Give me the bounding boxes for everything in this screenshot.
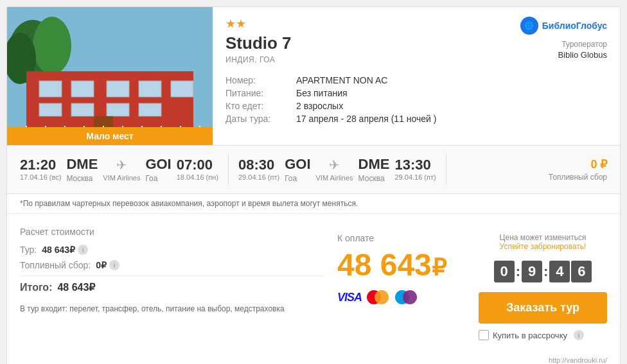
total-label: Итого: bbox=[20, 282, 52, 293]
inbound-arr-code: DME bbox=[358, 156, 390, 173]
flight-section: 21:20 17.04.16 (вс) DME Москва ✈ VIM Air… bbox=[7, 145, 620, 194]
fuel-surcharge-label: Топливный сбор bbox=[549, 173, 607, 182]
payment-label: К оплате bbox=[337, 233, 374, 243]
tour-operator: 🌐 БиблиоГлобус Туроператор Biblio Globus bbox=[504, 7, 620, 145]
flight-divider bbox=[228, 153, 229, 186]
inbound-airline: VIM Airlines bbox=[316, 174, 353, 182]
outbound-arr-date: 18.04.16 (пн) bbox=[177, 173, 218, 181]
dates-value: 17 апреля - 28 апреля (11 ночей ) bbox=[296, 112, 442, 125]
svg-rect-7 bbox=[107, 81, 129, 97]
inbound-arr: 13:30 29.04.16 (пт) bbox=[394, 158, 436, 181]
outbound-dep-cityname: Москва bbox=[66, 174, 98, 183]
fuel-info-icon[interactable]: i bbox=[109, 260, 119, 270]
inbound-arr-date: 29.04.16 (пт) bbox=[394, 173, 436, 181]
fuel-surcharge-price: 0 ₽ bbox=[549, 157, 607, 171]
outbound-arr: 07:00 18.04.16 (пн) bbox=[177, 158, 218, 181]
timer-digit-2: 4 bbox=[549, 261, 570, 282]
bottom-section: Расчет стоимости Тур: 48 643 ₽ i Топливн… bbox=[7, 214, 620, 353]
operator-logo-icon: 🌐 bbox=[520, 17, 538, 35]
book-button[interactable]: Заказать тур bbox=[479, 292, 607, 324]
payment-currency: ₽ bbox=[432, 254, 446, 281]
hotel-stars: ★★ bbox=[225, 17, 491, 31]
operator-logo: 🌐 БиблиоГлобус bbox=[517, 17, 607, 35]
svg-rect-11 bbox=[71, 103, 94, 116]
includes-text: В тур входит: перелет, трансфер, отель, … bbox=[20, 303, 324, 315]
operator-logo-text: БиблиоГлобус bbox=[542, 21, 607, 31]
installment-checkbox[interactable] bbox=[479, 330, 489, 340]
timer-colon-1: : bbox=[516, 261, 520, 282]
inbound-arr-time: 13:30 bbox=[394, 158, 436, 172]
maestro-icon bbox=[395, 290, 418, 304]
room-value: APARTMENT NON AC bbox=[296, 74, 442, 87]
hotel-details: Номер: APARTMENT NON AC Питание: Без пит… bbox=[225, 74, 491, 125]
outbound-dep-date: 17.04.16 (вс) bbox=[20, 173, 61, 181]
plane-icon-outbound: ✈ bbox=[116, 157, 127, 173]
svg-rect-10 bbox=[39, 103, 62, 116]
installment-row: Купить в рассрочку i bbox=[479, 330, 607, 340]
payment-section: К оплате 48 643₽ VISA bbox=[337, 227, 466, 340]
charter-note: *По правилам чартерных перевозок авиаком… bbox=[7, 194, 620, 214]
price-may-change: Цена может измениться bbox=[500, 233, 587, 242]
outbound-arr-city: GOI Гоа bbox=[145, 156, 171, 183]
outbound-dep-code: DME bbox=[66, 156, 98, 173]
operator-label: Туроператор bbox=[517, 40, 607, 49]
cost-title: Расчет стоимости bbox=[20, 227, 324, 237]
tour-cost-currency: ₽ bbox=[69, 245, 75, 255]
cost-section: Расчет стоимости Тур: 48 643 ₽ i Топливн… bbox=[20, 227, 324, 340]
payment-cards: VISA bbox=[337, 290, 418, 304]
flight-divider-2 bbox=[446, 153, 446, 186]
installment-info-icon[interactable]: i bbox=[574, 330, 584, 340]
outbound-airline: VIM Airlines bbox=[103, 174, 140, 182]
dates-label: Даты тура: bbox=[225, 112, 296, 125]
outbound-arr-code: GOI bbox=[145, 156, 171, 173]
svg-rect-9 bbox=[171, 81, 193, 97]
fuel-cost-value: 0 bbox=[96, 260, 101, 270]
price-warning: Цена может измениться Успейте заброниров… bbox=[479, 233, 607, 251]
inbound-dep: 08:30 29.04.16 (пт) bbox=[238, 158, 279, 181]
hotel-info: ★★ Studio 7 ИНДИЯ, ГОА Номер: APARTMENT … bbox=[213, 7, 504, 145]
svg-rect-6 bbox=[71, 81, 94, 97]
timer-digit-0: 0 bbox=[494, 261, 515, 282]
fuel-price-value: 0 bbox=[591, 158, 597, 171]
mastercard-icon bbox=[367, 290, 390, 304]
availability-badge: Мало мест bbox=[7, 127, 213, 145]
total-row: Итого: 48 643 ₽ bbox=[20, 281, 324, 293]
inbound-dep-code: GOI bbox=[285, 156, 310, 173]
inbound-dep-city: GOI Гоа bbox=[285, 156, 310, 183]
fuel-cost-currency: ₽ bbox=[101, 260, 107, 270]
installment-label: Купить в рассрочку bbox=[493, 331, 567, 340]
outbound-arr-time: 07:00 bbox=[177, 158, 218, 172]
outbound-dep: 21:20 17.04.16 (вс) bbox=[20, 158, 61, 181]
svg-rect-12 bbox=[107, 103, 129, 116]
svg-rect-8 bbox=[139, 81, 161, 97]
food-label: Питание: bbox=[225, 87, 296, 100]
tour-cost-value: 48 643 bbox=[42, 245, 69, 255]
tour-cost-label: Тур: bbox=[20, 245, 37, 255]
outbound-arrow: ✈ VIM Airlines bbox=[98, 157, 145, 182]
operator-name: Biblio Globus bbox=[517, 50, 607, 60]
outbound-arr-cityname: Гоа bbox=[145, 174, 171, 183]
tour-info-icon[interactable]: i bbox=[78, 245, 88, 255]
visa-card-icon: VISA bbox=[337, 291, 362, 304]
outbound-dep-city: DME Москва bbox=[66, 156, 98, 183]
plane-icon-inbound: ✈ bbox=[329, 157, 340, 173]
hotel-location: ИНДИЯ, ГОА bbox=[225, 55, 491, 64]
timer-digit-3: 6 bbox=[571, 261, 592, 282]
timer-display: 0 : 9 : 4 6 bbox=[479, 261, 607, 282]
cost-divider bbox=[20, 275, 324, 276]
top-section: Мало мест ★★ Studio 7 ИНДИЯ, ГОА Номер: … bbox=[7, 7, 620, 145]
inbound-arr-cityname: Москва bbox=[358, 174, 390, 183]
fuel-cost-label: Топливный сбор: bbox=[20, 260, 91, 270]
food-value: Без питания bbox=[296, 87, 442, 100]
inbound-arrow: ✈ VIM Airlines bbox=[311, 157, 358, 182]
inbound-dep-date: 29.04.16 (пт) bbox=[238, 173, 279, 181]
guests-value: 2 взрослых bbox=[296, 100, 442, 112]
inbound-dep-cityname: Гоа bbox=[285, 174, 310, 183]
inbound-dep-time: 08:30 bbox=[238, 158, 279, 172]
hotel-image: Мало мест bbox=[7, 7, 213, 145]
fuel-surcharge: 0 ₽ Топливный сбор bbox=[549, 157, 607, 182]
svg-rect-5 bbox=[39, 81, 62, 97]
tour-card: Мало мест ★★ Studio 7 ИНДИЯ, ГОА Номер: … bbox=[6, 6, 621, 364]
action-section: Цена может измениться Успейте заброниров… bbox=[479, 227, 607, 340]
tour-cost-row: Тур: 48 643 ₽ i bbox=[20, 245, 324, 255]
